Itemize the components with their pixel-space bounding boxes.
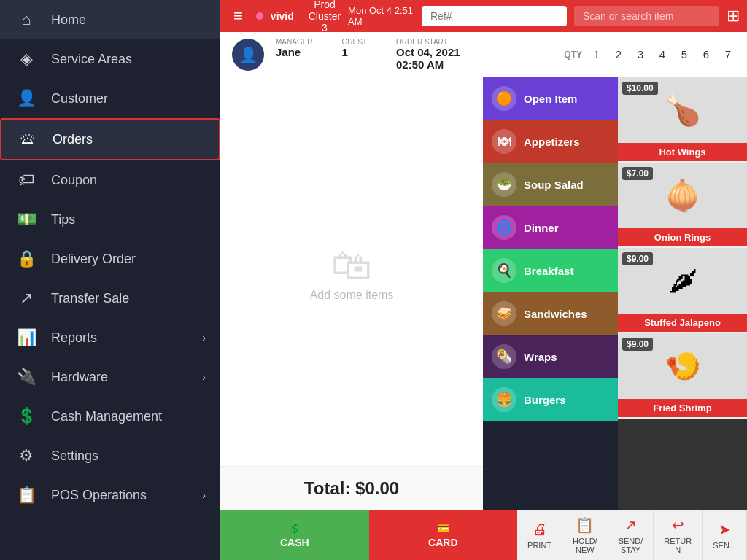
reports-icon: 📊 xyxy=(15,328,38,347)
item-onion-rings[interactable]: 🧅 $7.00 Onion Rings xyxy=(618,163,747,248)
qty-col-4: 4 xyxy=(655,48,670,61)
burgers-img: 🍔 xyxy=(492,387,516,412)
sidebar-item-tips[interactable]: 💵 Tips xyxy=(0,200,220,239)
cash-management-icon: 💲 xyxy=(15,407,38,426)
order-header: 👤 MANAGER Jane GUEST 1 ORDER START Oct 0… xyxy=(220,32,747,77)
order-empty-state: 🛍 Add some items xyxy=(220,77,483,466)
category-breakfast[interactable]: 🍳 Breakfast xyxy=(483,249,618,292)
manager-label: MANAGER xyxy=(276,38,313,46)
sidebar-item-home[interactable]: ⌂ Home xyxy=(0,0,220,39)
service-areas-label: Service Areas xyxy=(51,52,206,67)
content-row: 🛍 Add some items Total: $0.00 🟠 Open Ite… xyxy=(220,77,747,510)
action-btn-0[interactable]: 🖨 PRINT xyxy=(517,510,562,560)
qty-label: QTY xyxy=(564,50,582,60)
wraps-img: 🌯 xyxy=(492,344,516,369)
dinner-img: 🌀 xyxy=(492,215,516,240)
sidebar-item-reports[interactable]: 📊 Reports › xyxy=(0,318,220,357)
guest-label: GUEST xyxy=(342,38,367,46)
tips-label: Tips xyxy=(51,212,206,228)
hot-wings-label: Hot Wings xyxy=(618,143,747,161)
order-start-value: Oct 04, 202102:50 AM xyxy=(396,46,460,71)
action-label-1: HOLD/ NEW xyxy=(573,537,597,554)
action-btn-3[interactable]: ↩ RETUR N xyxy=(654,510,703,560)
sidebar-item-pos-operations[interactable]: 📋 POS Operations › xyxy=(0,475,220,515)
order-total: Total: $0.00 xyxy=(220,466,483,510)
sidebar-item-hardware[interactable]: 🔌 Hardware › xyxy=(0,357,220,397)
sidebar-item-settings[interactable]: ⚙ Settings xyxy=(0,436,220,475)
card-icon: 💳 xyxy=(437,522,449,534)
pos-operations-label: POS Operations xyxy=(51,488,189,503)
order-empty-text: Add some items xyxy=(310,289,394,302)
item-stuffed-jalapeno[interactable]: 🌶 $9.00 Stuffed Jalapeno xyxy=(618,248,747,333)
action-label-2: SEND/ STAY xyxy=(619,537,643,554)
sandwiches-img: 🥪 xyxy=(492,301,516,326)
orders-icon: 🛎 xyxy=(16,130,39,149)
sidebar-item-service-areas[interactable]: ◈ Service Areas xyxy=(0,39,220,79)
qty-col-7: 7 xyxy=(721,48,735,61)
sidebar-item-delivery-order[interactable]: 🔒 Delivery Order xyxy=(0,239,220,279)
item-fried-shrimp[interactable]: 🍤 $9.00 Fried Shrimp xyxy=(618,333,747,419)
categories-panel: 🟠 Open Item 🍽 Appetizers 🥗 Soup Salad 🌀 … xyxy=(483,77,618,510)
hardware-label: Hardware xyxy=(51,370,189,385)
action-icon-4: ➤ xyxy=(719,521,731,538)
category-burgers[interactable]: 🍔 Burgers xyxy=(483,378,618,421)
reports-label: Reports xyxy=(51,330,189,346)
onion-rings-price: $7.00 xyxy=(622,167,653,180)
category-wraps[interactable]: 🌯 Wraps xyxy=(483,335,618,378)
fried-shrimp-price: $9.00 xyxy=(622,338,653,351)
search-input[interactable] xyxy=(574,6,719,26)
manager-avatar: 👤 xyxy=(232,39,264,71)
action-icon-1: 📋 xyxy=(576,516,594,534)
qty-col-1: 1 xyxy=(589,48,604,61)
qty-col-3: 3 xyxy=(633,48,648,61)
dinner-label: Dinner xyxy=(524,222,559,234)
sidebar-item-transfer-sale[interactable]: ↗ Transfer Sale xyxy=(0,279,220,318)
action-btn-4[interactable]: ➤ SEN... xyxy=(703,510,747,560)
reports-chevron: › xyxy=(202,332,206,343)
category-open-item[interactable]: 🟠 Open Item xyxy=(483,77,618,120)
action-label-4: SEN... xyxy=(713,541,736,550)
items-panel: 🍗 $10.00 Hot Wings 🧅 $7.00 Onion Rings 🌶… xyxy=(618,77,747,510)
pos-operations-chevron: › xyxy=(202,489,206,501)
sandwiches-label: Sandwiches xyxy=(524,308,587,320)
action-icon-2: ↗ xyxy=(624,516,637,534)
order-start-info: ORDER START Oct 04, 202102:50 AM xyxy=(396,38,460,71)
ref-input[interactable] xyxy=(422,6,567,26)
settings-label: Settings xyxy=(51,448,206,464)
action-btn-2[interactable]: ↗ SEND/ STAY xyxy=(608,510,654,560)
datetime-label: Mon Oct 4 2:51 AM xyxy=(348,5,414,27)
breakfast-label: Breakfast xyxy=(524,265,573,277)
layers-button[interactable]: ⊞ xyxy=(727,7,740,26)
hardware-icon: 🔌 xyxy=(15,368,38,386)
guest-info: GUEST 1 xyxy=(342,38,367,71)
orders-label: Orders xyxy=(53,132,204,147)
bottom-actions: 🖨 PRINT 📋 HOLD/ NEW ↗ SEND/ STAY ↩ RETUR… xyxy=(517,510,747,560)
appetizers-img: 🍽 xyxy=(492,129,516,154)
sidebar-item-customer[interactable]: 👤 Customer xyxy=(0,79,220,118)
delivery-order-label: Delivery Order xyxy=(51,252,206,267)
menu-button[interactable]: ≡ xyxy=(228,4,249,28)
card-button[interactable]: 💳 CARD xyxy=(369,510,518,560)
empty-bag-icon: 🛍 xyxy=(331,241,372,289)
action-btn-1[interactable]: 📋 HOLD/ NEW xyxy=(562,510,608,560)
category-soup-salad[interactable]: 🥗 Soup Salad xyxy=(483,163,618,206)
open-item-img: 🟠 xyxy=(492,86,516,111)
cluster-label: Prod Cluster 3 xyxy=(309,0,341,34)
delivery-order-icon: 🔒 xyxy=(15,249,38,268)
qty-col-5: 5 xyxy=(677,48,692,61)
right-panel: 🟠 Open Item 🍽 Appetizers 🥗 Soup Salad 🌀 … xyxy=(483,77,747,510)
fried-shrimp-label: Fried Shrimp xyxy=(618,399,747,417)
category-sandwiches[interactable]: 🥪 Sandwiches xyxy=(483,292,618,335)
item-hot-wings[interactable]: 🍗 $10.00 Hot Wings xyxy=(618,77,747,163)
guest-value: 1 xyxy=(342,46,367,58)
sidebar-item-orders[interactable]: 🛎 Orders xyxy=(0,118,220,160)
cash-button[interactable]: 💲 CASH xyxy=(220,510,369,560)
category-dinner[interactable]: 🌀 Dinner xyxy=(483,206,618,249)
transfer-sale-icon: ↗ xyxy=(15,289,38,308)
sidebar-item-coupon[interactable]: 🏷 Coupon xyxy=(0,160,220,200)
action-icon-0: 🖨 xyxy=(533,521,547,538)
sidebar-item-cash-management[interactable]: 💲 Cash Management xyxy=(0,397,220,436)
service-areas-icon: ◈ xyxy=(15,50,38,69)
soup-salad-label: Soup Salad xyxy=(524,179,584,191)
category-appetizers[interactable]: 🍽 Appetizers xyxy=(483,120,618,163)
